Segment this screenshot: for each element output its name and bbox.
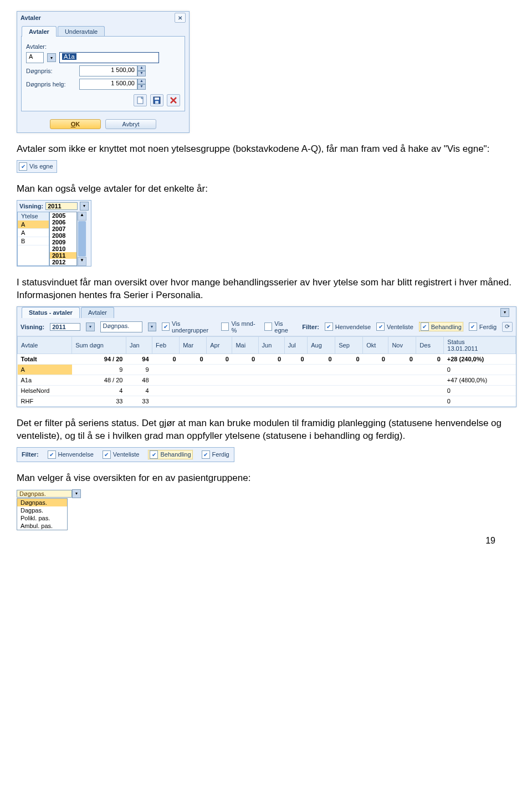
table-row[interactable]: Totalt94 / 209400000000000+28 (240,0%) — [18, 354, 516, 364]
tabstrip: Avtaler Underavtale — [17, 24, 189, 37]
ytelse-column: Ytelse A A B — [17, 212, 49, 266]
group-option[interactable]: Ambul. pas. — [17, 522, 67, 530]
paragraph-2: Man kan også velge avtaler for det enkel… — [17, 183, 515, 196]
titlebar: Avtaler ✕ — [17, 12, 189, 24]
vis-egne-label: Vis egne — [29, 163, 53, 170]
filter-strip-label: Filter: — [22, 451, 39, 458]
table-cell: 48 — [126, 375, 152, 385]
tab-avtaler[interactable]: Avtaler — [22, 26, 57, 37]
fs-ferdig[interactable]: ✔Ferdig — [202, 450, 229, 459]
avtale-name-input[interactable]: A1a — [59, 52, 159, 63]
paragraph-5: Man velger å vise oversikten for en av p… — [17, 472, 515, 485]
table-cell — [152, 396, 180, 406]
group-option[interactable]: Døgnpas. — [17, 499, 67, 506]
table-cell — [416, 364, 444, 375]
refresh-icon[interactable]: ⟳ — [502, 322, 513, 332]
table-cell: HelseNord — [18, 385, 72, 396]
table-cell — [363, 375, 388, 385]
vis-undergrupper-checkbox[interactable]: ✔Vis undergrupper — [162, 320, 216, 334]
delete-icon[interactable] — [167, 94, 180, 106]
table-cell: 0 — [335, 354, 363, 364]
tab-avtaler-2[interactable]: Avtaler — [81, 307, 114, 318]
group-select-box[interactable]: Døgnpas. — [17, 490, 72, 498]
visning-label: Visning: — [19, 203, 43, 209]
table-row[interactable]: RHF33330 — [18, 396, 516, 406]
ytelse-row[interactable]: B — [18, 237, 49, 245]
table-cell — [284, 364, 308, 375]
close-icon[interactable]: ✕ — [175, 13, 186, 23]
table-cell — [258, 364, 284, 375]
vis-egne-checkbox[interactable]: ✔ Vis egne — [19, 162, 53, 171]
dognpris-label: Døgnpris: — [26, 68, 76, 74]
table-row[interactable]: HelseNord440 — [18, 385, 516, 396]
table-cell — [363, 396, 388, 406]
table-cell — [388, 375, 416, 385]
dognpris-spinner[interactable]: ▲▼ — [137, 65, 146, 76]
table-cell — [308, 364, 335, 375]
new-icon[interactable] — [134, 94, 147, 106]
table-cell — [335, 364, 363, 375]
filter-henvendelse[interactable]: ✔Henvendelse — [325, 322, 371, 331]
filter-venteliste[interactable]: ✔Venteliste — [376, 322, 413, 331]
ytelse-header: Ytelse — [18, 212, 49, 221]
fs-henvendelse[interactable]: ✔Henvendelse — [48, 450, 94, 459]
table-cell — [207, 385, 232, 396]
chevron-down-icon[interactable]: ▾ — [86, 322, 94, 331]
table-cell: 33 — [126, 396, 152, 406]
chevron-down-icon[interactable]: ▾ — [47, 53, 56, 62]
table-cell — [308, 375, 335, 385]
vis-mnd-checkbox[interactable]: Vis mnd-% — [221, 320, 259, 334]
fs-behandling[interactable]: ✔Behandling — [148, 450, 192, 459]
tab-body: Avtaler: A ▾ A1a Døgnpris: 1 500,00 ▲▼ D… — [21, 36, 185, 111]
scrollbar[interactable]: ▲ ▼ — [77, 212, 86, 266]
scroll-up-icon[interactable]: ▲ — [78, 212, 86, 221]
vis-egne-panel: ✔ Vis egne — [17, 160, 57, 173]
table-header: Des — [416, 336, 444, 354]
table-header: Nov — [388, 336, 416, 354]
group-select[interactable]: Døgnpas. — [100, 321, 142, 332]
table-cell — [152, 375, 180, 385]
dognpris-input[interactable]: 1 500,00 — [79, 65, 137, 76]
group-option[interactable]: Polikl. pas. — [17, 514, 67, 522]
tab-underavtale[interactable]: Underavtale — [58, 26, 105, 37]
save-icon[interactable] — [150, 94, 163, 106]
scroll-thumb[interactable] — [78, 221, 86, 257]
table-cell: A — [18, 364, 72, 375]
vis-egne-checkbox-2[interactable]: Vis egne — [264, 320, 296, 334]
cancel-button[interactable]: Avbryt — [105, 119, 156, 129]
table-row[interactable]: A990 — [18, 364, 516, 375]
filter-ferdig[interactable]: ✔Ferdig — [469, 322, 497, 331]
table-cell: 9 — [72, 364, 126, 375]
table-cell: 0 — [232, 354, 258, 364]
tab-status-avtaler[interactable]: Status - avtaler — [22, 307, 80, 318]
table-header: Okt — [363, 336, 388, 354]
table-cell: 0 — [258, 354, 284, 364]
filter-behandling[interactable]: ✔Behandling — [419, 322, 463, 331]
table-cell: 0 — [388, 354, 416, 364]
year-list[interactable]: 2005 2006 2007 2008 2009 2010 2011 2012 — [49, 212, 77, 266]
visning-year-select[interactable]: 2011 — [45, 202, 78, 210]
table-cell: 0 — [444, 396, 516, 406]
chevron-down-icon[interactable]: ▾ — [72, 489, 81, 498]
table-header: Apr — [207, 336, 232, 354]
table-cell — [180, 364, 207, 375]
ok-button[interactable]: OK — [50, 119, 101, 129]
chevron-down-icon[interactable]: ▾ — [148, 322, 156, 331]
dognpris-helg-input[interactable]: 1 500,00 — [79, 79, 137, 90]
ytelse-row[interactable]: A — [18, 221, 49, 229]
group-select-value: Døgnpas. — [19, 490, 46, 497]
year-select[interactable]: 2011 — [50, 323, 80, 331]
avtale-code-input[interactable]: A — [26, 52, 44, 63]
group-option-list[interactable]: Døgnpas. Dagpas. Polikl. pas. Ambul. pas… — [17, 498, 68, 530]
fs-venteliste[interactable]: ✔Venteliste — [103, 450, 140, 459]
scroll-down-icon[interactable]: ▼ — [78, 257, 86, 266]
chevron-down-icon[interactable]: ▾ — [80, 202, 89, 211]
table-cell — [258, 375, 284, 385]
group-option[interactable]: Dagpas. — [17, 506, 67, 514]
table-cell: 0 — [363, 354, 388, 364]
table-row[interactable]: A1a48 / 2048+47 (4800,0%) — [18, 375, 516, 385]
ytelse-row[interactable]: A — [18, 229, 49, 237]
table-cell — [388, 396, 416, 406]
chevron-down-icon[interactable]: ▾ — [500, 308, 509, 317]
dognpris-helg-spinner[interactable]: ▲▼ — [137, 79, 146, 90]
